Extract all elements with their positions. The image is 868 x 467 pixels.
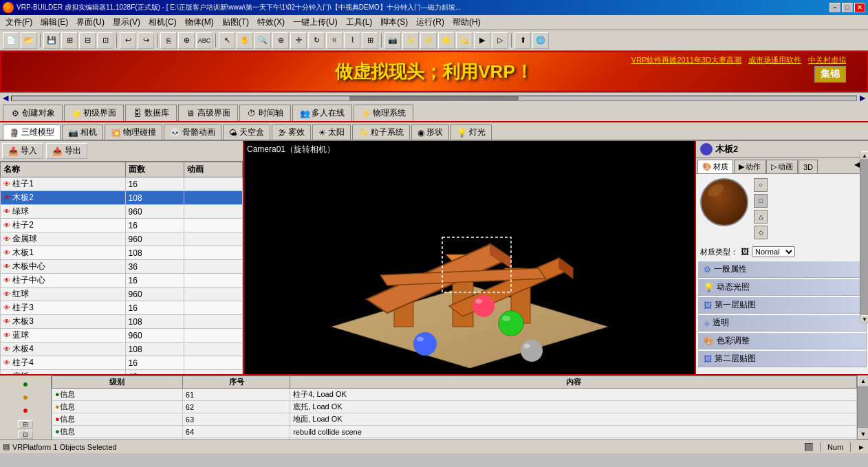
- scroll-up-arrow[interactable]: ▲: [860, 151, 868, 160]
- tab2-骨骼动画[interactable]: 💀骨骼动画: [164, 124, 221, 140]
- open-button[interactable]: 📂: [21, 32, 37, 49]
- tab1-数据库[interactable]: 🗄数据库: [125, 105, 177, 121]
- table-row[interactable]: 👁 底托 42: [1, 370, 243, 375]
- table-row[interactable]: 👁 柱子1 16: [1, 177, 243, 191]
- tab1-高级界面[interactable]: 🖥高级界面: [178, 105, 238, 121]
- table-row[interactable]: 👁 红球 960: [1, 287, 243, 301]
- mat-opt-3[interactable]: △: [754, 210, 768, 224]
- hand-button[interactable]: ✋: [237, 32, 253, 49]
- grid-button[interactable]: ⊞: [61, 32, 78, 49]
- mat-opt-2[interactable]: □: [754, 194, 768, 208]
- section-color[interactable]: 🎨 色彩调整: [697, 332, 867, 349]
- scroll-right-arrow[interactable]: ▶: [860, 94, 865, 102]
- menu-item-file[interactable]: 文件(F): [1, 15, 36, 30]
- log-scroll-up[interactable]: ▲: [858, 376, 868, 387]
- menu-item-camera[interactable]: 相机(C): [144, 15, 181, 30]
- undo2-button[interactable]: ↪: [138, 32, 154, 49]
- menu-item-edit[interactable]: 编辑(E): [36, 15, 72, 30]
- log-scroll-down[interactable]: ▼: [858, 428, 868, 439]
- banner-link-2[interactable]: 成市场通用软件: [748, 55, 801, 65]
- tab1-多人在线[interactable]: 👥多人在线: [292, 105, 352, 121]
- tab2-相机[interactable]: 📷相机: [62, 124, 103, 140]
- table-row[interactable]: 👁 柱子中心 16: [1, 274, 243, 287]
- mat-opt-1[interactable]: ○: [754, 178, 768, 192]
- tab-material[interactable]: 🎨 材质: [697, 160, 733, 173]
- cursor-button[interactable]: ⊕: [178, 32, 195, 49]
- section-tex1[interactable]: 🖼 第一层贴图: [697, 296, 867, 314]
- section-transparency[interactable]: ◈ 透明: [697, 314, 867, 332]
- r2-button[interactable]: ⌗: [326, 32, 343, 49]
- save-button[interactable]: 💾: [43, 32, 60, 49]
- mat-opt-4[interactable]: ◇: [754, 226, 768, 239]
- play2-button[interactable]: ▷: [492, 32, 508, 49]
- fx2-button[interactable]: ⚡: [420, 32, 437, 49]
- minimize-button[interactable]: −: [829, 3, 840, 12]
- table-row[interactable]: 👁 木板1 108: [1, 246, 243, 260]
- tab2-太阳[interactable]: ☀太阳: [312, 124, 351, 140]
- section-general[interactable]: ⚙ 一般属性: [697, 261, 867, 278]
- rotate-button[interactable]: ↻: [308, 32, 325, 49]
- banner-link-1[interactable]: VRP软件再掀2011年3D大赛高潮: [631, 55, 741, 65]
- table-button[interactable]: ⊡: [97, 32, 113, 49]
- export-button[interactable]: 📤 导出: [46, 143, 87, 159]
- tab2-雾效[interactable]: 🌫雾效: [272, 124, 311, 140]
- menu-item-upload[interactable]: 一键上传(U): [289, 15, 342, 30]
- table-row[interactable]: 👁 木板3 108: [1, 315, 243, 329]
- close-button[interactable]: ✕: [854, 3, 865, 12]
- grid2-button[interactable]: ⊟: [79, 32, 96, 49]
- tab-3d[interactable]: 3D: [799, 160, 818, 173]
- copy-button[interactable]: ⎘: [160, 32, 177, 49]
- menu-item-run[interactable]: 运行(R): [412, 15, 448, 30]
- material-type-select[interactable]: Normal Phong Lambert Toon: [752, 246, 795, 257]
- viewport-content[interactable]: [244, 141, 695, 374]
- tab2-天空盒[interactable]: 🌤天空盒: [223, 124, 270, 140]
- section-dynamic-light[interactable]: 💡 动态光照: [697, 279, 867, 296]
- table-row[interactable]: 👁 绿球 960: [1, 205, 243, 219]
- tab1-初级界面[interactable]: ⭐初级界面: [64, 105, 124, 121]
- menu-item-script[interactable]: 脚本(S): [376, 15, 412, 30]
- net-button[interactable]: 🌐: [532, 32, 549, 49]
- play-button[interactable]: ▶: [474, 32, 490, 49]
- table-row[interactable]: 👁 柱子3 16: [1, 301, 243, 315]
- menu-item-help[interactable]: 帮助(H): [448, 15, 485, 30]
- scroll-down-arrow[interactable]: ▼: [860, 315, 868, 323]
- table-row[interactable]: 👁 木板4 108: [1, 343, 243, 356]
- scale-button[interactable]: ⊞: [362, 32, 378, 49]
- table-row[interactable]: 👁 柱子2 16: [1, 219, 243, 232]
- restore-button[interactable]: □: [842, 3, 853, 12]
- menu-item-tools[interactable]: 工具(L): [342, 15, 377, 30]
- tab2-灯光[interactable]: 💡灯光: [451, 124, 492, 140]
- import-button[interactable]: 📥 导入: [2, 143, 43, 159]
- abc-button[interactable]: ABC: [196, 32, 213, 49]
- menu-item-interface[interactable]: 界面(U): [72, 15, 109, 30]
- table-row[interactable]: 👁 柱子4 16: [1, 356, 243, 370]
- fx3-button[interactable]: 🌟: [438, 32, 455, 49]
- tab-animation[interactable]: ▷ 动画: [766, 160, 798, 173]
- select-button[interactable]: ↖: [219, 32, 235, 49]
- menu-item-view[interactable]: 显示(V): [109, 15, 144, 30]
- tab2-三维模型[interactable]: 🗿三维模型: [3, 124, 61, 140]
- tab2-形状[interactable]: ◉形状: [411, 124, 449, 140]
- undo-button[interactable]: ↩: [120, 32, 136, 49]
- tab-action[interactable]: ▶ 动作: [734, 160, 766, 173]
- zoom-button[interactable]: 🔍: [254, 32, 271, 49]
- move-button[interactable]: ✛: [290, 32, 307, 49]
- zoom2-button[interactable]: ⊕: [272, 32, 289, 49]
- tab2-物理碰撞[interactable]: 💥物理碰撞: [105, 124, 162, 140]
- menu-item-object[interactable]: 物体(M): [181, 15, 218, 30]
- log-btn-1[interactable]: ⊟: [18, 420, 33, 428]
- table-row[interactable]: 👁 木板中心 36: [1, 260, 243, 274]
- log-btn-2[interactable]: ⊡: [18, 431, 33, 439]
- scroll-left-arrow[interactable]: ◀: [3, 94, 8, 102]
- banner-link-3[interactable]: 中关村虚拟: [808, 55, 846, 65]
- tab1-物理系统[interactable]: ⚡物理系统: [354, 105, 413, 121]
- menu-item-effects[interactable]: 特效(X): [253, 15, 289, 30]
- fx4-button[interactable]: 💫: [456, 32, 473, 49]
- tab1-时间轴[interactable]: ⏱时间轴: [239, 105, 291, 121]
- new-button[interactable]: 📄: [3, 32, 19, 49]
- menu-item-texture[interactable]: 贴图(T): [218, 15, 253, 30]
- r3-button[interactable]: ⌇: [344, 32, 360, 49]
- fx-button[interactable]: ✨: [402, 32, 419, 49]
- table-row[interactable]: 👁 蓝球 960: [1, 329, 243, 343]
- banner-scrollbar[interactable]: [11, 96, 857, 101]
